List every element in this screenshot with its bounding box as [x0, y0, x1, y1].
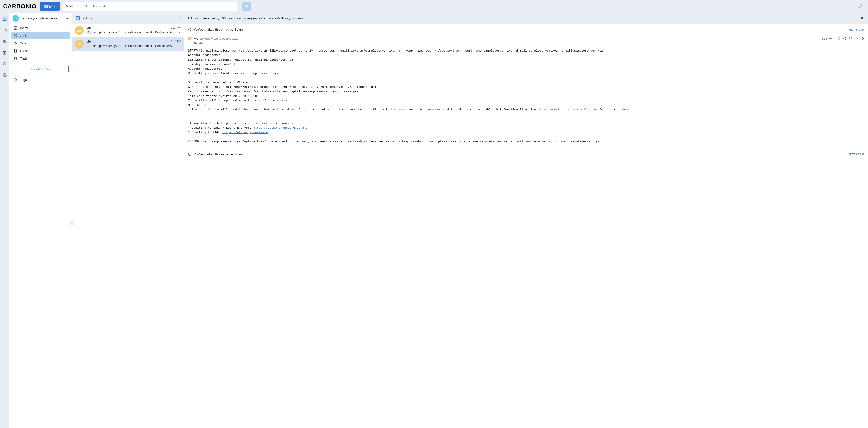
folder-junk[interactable]: Junk	[11, 32, 70, 39]
info-icon	[188, 28, 191, 31]
folder-trash[interactable]: Trash	[11, 55, 70, 62]
profile-button[interactable]	[857, 2, 865, 10]
gear-icon	[2, 73, 7, 78]
app-rail	[0, 12, 9, 428]
people-icon	[2, 39, 7, 44]
account-email: zextras@sampleserver.xyz	[21, 17, 63, 20]
search-bar: Mails	[63, 2, 238, 11]
message-avatar	[188, 37, 191, 40]
folder-sent[interactable]: Sent	[11, 39, 70, 47]
folder-label: Drafts	[20, 49, 28, 53]
search-scope-dropdown[interactable]: Mails	[63, 2, 82, 11]
sidebar: zz zextras@sampleserver.xyz Inbox Junk S…	[9, 12, 72, 428]
message-list-header: / Junk 2	[72, 12, 184, 24]
person-icon	[859, 4, 863, 8]
renewal-link[interactable]: https://certbot.org/renewal-setup	[538, 108, 598, 111]
conversation-count-badge: 1	[86, 30, 92, 34]
close-icon[interactable]	[860, 16, 864, 20]
chevron-down-icon[interactable]	[178, 44, 181, 48]
info-icon	[188, 152, 191, 156]
folder-label: Sent	[20, 41, 27, 45]
from-email: zextras@sampleserver.xyz	[200, 37, 238, 40]
to-label: To:	[194, 42, 197, 45]
rail-files[interactable]	[2, 50, 8, 56]
svg-rect-4	[3, 29, 6, 32]
chevron-down-icon[interactable]	[178, 31, 181, 34]
chevron-down-icon	[53, 5, 56, 8]
rail-mail[interactable]	[2, 16, 8, 22]
message-list: / Junk 2 ZS Me 3:14 PM 1 sampleserver.xy…	[72, 12, 184, 428]
conversation-time: 3:14 PM	[171, 26, 181, 29]
new-button-label: NEW	[44, 4, 52, 8]
svg-point-13	[4, 75, 5, 76]
clock-icon[interactable]	[843, 37, 846, 40]
rail-contacts[interactable]	[2, 38, 8, 45]
conversation-subject: sampleserver.xyz SSL certification reque…	[93, 30, 176, 34]
tags-label: Tags	[20, 78, 27, 82]
folder-drafts[interactable]: Drafts	[11, 47, 70, 55]
search-scope-label: Mails	[66, 4, 73, 8]
folder-list: Inbox Junk Sent Drafts Trash	[9, 24, 72, 62]
message-subject: sampleserver.xyz SSL certification reque…	[195, 16, 857, 20]
donate-isrg-link[interactable]: https://letsencrypt.org/donate	[253, 126, 308, 130]
svg-line-15	[14, 34, 17, 37]
svg-point-16	[14, 79, 15, 79]
trash-icon	[13, 56, 18, 60]
search-button[interactable]	[242, 2, 251, 11]
conversation-item[interactable]: ZS Me 3:14 PM 1 sampleserver.xyz SSL cer…	[72, 24, 184, 37]
svg-point-2	[860, 5, 862, 6]
message-body: STARTCMD: mail.sampleserver.xyz /opt/zex…	[188, 49, 864, 144]
calendar-icon	[2, 28, 7, 33]
donate-eff-link[interactable]: https://eff.org/donate-le	[222, 131, 268, 134]
drafts-icon	[13, 49, 18, 53]
brand-logo: CARBONIO	[3, 3, 37, 10]
sent-icon	[13, 41, 18, 45]
conversation-subject: sampleserver.xyz SSL certification reque…	[93, 44, 176, 48]
account-header[interactable]: zz zextras@sampleserver.xyz	[9, 12, 72, 24]
spam-banner: You've marked this e-mail as Spam NOT SP…	[188, 24, 864, 35]
folder-inbox[interactable]: Inbox	[11, 24, 70, 32]
tag-icon[interactable]	[860, 37, 864, 40]
account-avatar: zz	[12, 15, 19, 22]
conversation-count-badge: 1	[86, 44, 92, 48]
tags-row[interactable]: Tags	[9, 76, 72, 84]
conversation-sender: Me	[86, 26, 91, 30]
search-icon	[245, 4, 249, 8]
svg-point-8	[4, 40, 5, 42]
search-icon	[2, 62, 7, 66]
rail-calendar[interactable]	[2, 27, 8, 34]
mail-icon	[188, 16, 192, 20]
delete-icon[interactable]	[837, 37, 841, 40]
folder-path: / Junk	[83, 16, 176, 20]
search-input[interactable]	[82, 2, 237, 11]
svg-point-11	[3, 62, 6, 65]
conversation-avatar: ZS	[75, 40, 84, 49]
svg-line-12	[6, 65, 6, 66]
svg-rect-17	[76, 17, 80, 20]
find-shares-button[interactable]: FIND SHARES	[12, 65, 69, 73]
svg-line-1	[247, 7, 248, 8]
not-spam-button[interactable]: NOT SPAM	[849, 153, 864, 156]
from-name: Me	[194, 37, 198, 40]
spam-banner: You've marked this e-mail as Spam NOT SP…	[188, 148, 864, 160]
reading-pane-header: sampleserver.xyz SSL certification reque…	[184, 12, 868, 24]
rail-search[interactable]	[2, 61, 8, 67]
folder-label: Inbox	[20, 26, 28, 30]
message-header: Me zextras@sampleserver.xyz 3:14 PM To: …	[188, 37, 864, 45]
tag-icon	[13, 78, 18, 82]
svg-point-9	[5, 41, 6, 42]
reading-pane: sampleserver.xyz SSL certification reque…	[184, 12, 868, 428]
chevron-up-icon	[65, 17, 69, 20]
conversation-avatar: ZS	[75, 26, 84, 35]
conversation-item[interactable]: ZS Me 3:14 PM 1 sampleserver.xyz SSL cer…	[72, 37, 184, 51]
new-button[interactable]: NEW	[40, 2, 60, 10]
inbox-icon	[13, 26, 18, 30]
code-icon[interactable]	[855, 37, 858, 40]
print-icon[interactable]	[849, 37, 852, 40]
sidebar-collapse-handle[interactable]	[69, 220, 74, 225]
mail-icon	[2, 17, 7, 22]
conversation-time: 3:14 PM	[171, 40, 181, 43]
rail-settings[interactable]	[2, 72, 8, 78]
select-all-icon[interactable]	[75, 16, 80, 20]
not-spam-button[interactable]: NOT SPAM	[849, 28, 864, 31]
